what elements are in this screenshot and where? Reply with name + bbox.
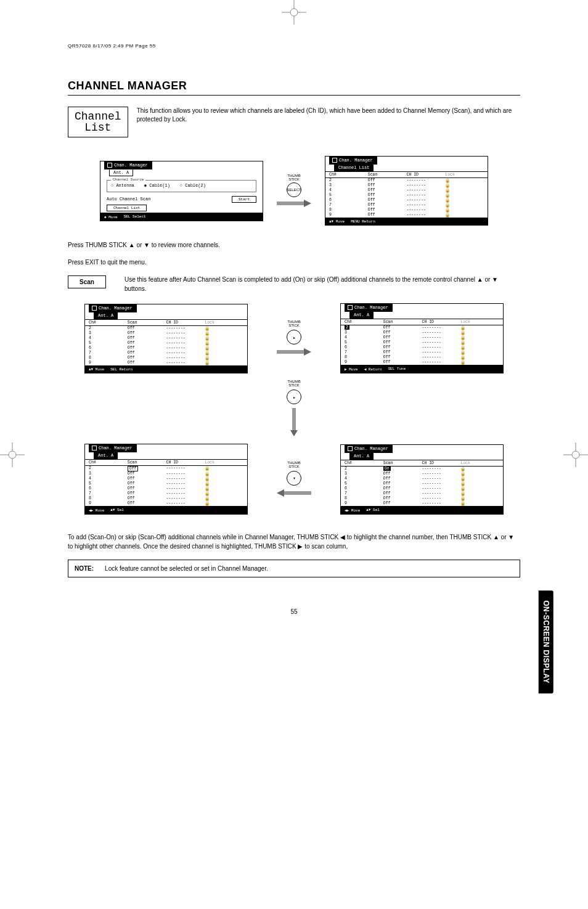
table-row[interactable]: 4Off--------🔒 [85,476,247,481]
osd-scan-c: Chan. Manager Ant. A Ch# Scan CH ID Lock… [84,444,248,515]
arrow-right-icon [276,347,312,357]
page-number: 55 [68,608,520,615]
note-box: NOTE: Lock feature cannot be selected or… [68,560,520,577]
osd-channel-list: Chan. Manager Channel List Ch# Scan CH I… [325,156,488,226]
osd-subtab: Ant. A [109,169,133,176]
table-row[interactable]: 2Off--------🔒 [341,325,503,330]
intro-text: This function allows you to review which… [137,107,520,124]
table-row[interactable]: 2Off--------🔒 [325,178,488,183]
table-row[interactable]: 8Off--------🔒 [341,355,503,360]
channel-list-button[interactable]: Channel List [107,205,147,211]
col-scan: Scan [368,173,407,177]
section-title: CHANNEL MANAGER [68,79,520,96]
table-row[interactable]: 2Off--------🔒 [85,326,247,331]
note-text: Lock feature cannot be selected or set i… [105,565,268,572]
side-tab: ON-SCREEN DISPLAY [539,590,553,693]
thumb-down-knob2[interactable]: ▾ [287,471,301,486]
table-row[interactable]: 7Off--------🔒 [341,491,503,496]
table-row[interactable]: 7Off--------🔒 [325,203,488,208]
table-row[interactable]: 4Off--------🔒 [341,335,503,340]
start-button[interactable]: Start [232,196,256,203]
table-row[interactable]: 8Off--------🔒 [325,208,488,213]
scan-text: Use this feature after Auto Channel Scan… [125,275,520,293]
table-row[interactable]: 2On--------🔒 [341,467,503,471]
arrow-col-2: THUMB STICK ▾ [276,461,312,498]
table-row[interactable]: 3Off--------🔒 [341,471,503,476]
osd-scan-d: Chan. Manager Ant. A Ch# Scan CH ID Lock… [340,444,504,515]
table-row[interactable]: 5Off--------🔒 [341,340,503,345]
table-row[interactable]: 7Off--------🔒 [85,491,247,496]
table-row[interactable]: 9Off--------🔒 [341,360,503,365]
table-row[interactable]: 5Off--------🔒 [85,481,247,486]
col-lock: Lock [445,173,484,177]
thumb-right-knob[interactable]: ▸ [287,330,301,344]
table-row[interactable]: 9Off--------🔒 [85,501,247,506]
osd-scan-a: Chan. Manager Ant. A Ch# Scan CH ID Lock… [84,304,248,373]
arrow-col-1: THUMB STICK ▸ [276,320,312,357]
table-row[interactable]: 5Off--------🔒 [325,193,488,198]
table-row[interactable]: 3Off--------🔒 [341,330,503,335]
print-header: QR57028 8/17/05 2:49 PM Page 55 [68,43,520,49]
table-row[interactable]: 8Off--------🔒 [85,356,247,361]
select-knob[interactable]: SELECT [287,182,301,197]
table-row[interactable]: 4Off--------🔒 [85,336,247,341]
channel-list-chip: Channel List [68,107,128,137]
radio-antenna[interactable]: Antenna [111,183,134,188]
osd2-subtab: Channel List [334,164,374,171]
table-row[interactable]: 5Off--------🔒 [341,481,503,486]
table-row[interactable]: 9Off--------🔒 [85,361,247,365]
table-row[interactable]: 4Off--------🔒 [341,476,503,481]
table-row[interactable]: 7Off--------🔒 [85,351,247,356]
bottom-paragraph: To add (Scan-On) or skip (Scan-Off) addi… [68,533,520,551]
scan-chip: Scan [68,275,106,288]
footer-move: ◆ Move [104,214,118,219]
table-row[interactable]: 5Off--------🔒 [85,341,247,346]
table-row[interactable]: 6Off--------🔒 [341,345,503,350]
col-ch: Ch# [329,173,368,177]
chip-line1: Channel [75,111,121,122]
channel-source-label: Channel Source [111,177,145,182]
footer-move2: ▲▼ Move [329,219,345,224]
table-row[interactable]: 8Off--------🔒 [341,496,503,501]
table-row[interactable]: 6Off--------🔒 [85,346,247,351]
arrow-down-icon [289,407,299,438]
table-row[interactable]: 3Off--------🔒 [325,183,488,188]
table-row[interactable]: 6Off--------🔒 [325,198,488,203]
chip-line2: List [75,122,121,133]
thumb-stick-label: THUMB STICK [287,174,300,181]
note-label: NOTE: [75,565,94,572]
table-row[interactable]: 9Off--------🔒 [325,213,488,218]
thumb-stick-arrow: THUMB STICK SELECT [276,174,312,208]
arrow-down-col: THUMB STICK ▸ [287,380,301,438]
table-row[interactable]: 3Off--------🔒 [85,471,247,476]
table-row[interactable]: 4Off--------🔒 [325,188,488,193]
arrow-right-icon [276,198,312,208]
radio-cable2[interactable]: Cable(2) [180,183,206,188]
col-chid: CH ID [407,173,446,177]
table-row[interactable]: 3Off--------🔒 [85,331,247,336]
osd-chan-manager: Chan. Manager Ant. A Channel Source Ante… [100,161,263,221]
table-row[interactable]: 6Off--------🔒 [341,486,503,491]
table-row[interactable]: 7Off--------🔒 [341,350,503,355]
arrow-left-icon [276,488,312,498]
press-line1: Press THUMB STICK ▲ or ▼ to review more … [68,241,520,250]
auto-channel-scan-label: Auto Channel Scan [107,197,150,202]
thumb-down-knob[interactable]: ▸ [287,389,301,404]
footer-return2: MENU Return [351,219,375,224]
footer-select: SEL Select [124,214,146,219]
table-row[interactable]: 6Off--------🔒 [85,486,247,491]
table-row[interactable]: 9Off--------🔒 [341,501,503,506]
table-row[interactable]: 2Off--------🔒 [85,466,247,471]
osd-scan-b: Chan. Manager Ant. A Ch# Scan CH ID Lock… [340,303,504,373]
osda-sub: Ant. A [94,312,118,319]
press-line2: Press EXIT to quit the menu. [68,258,520,267]
table-row[interactable]: 8Off--------🔒 [85,496,247,501]
radio-cable1[interactable]: Cable(1) [144,183,170,188]
